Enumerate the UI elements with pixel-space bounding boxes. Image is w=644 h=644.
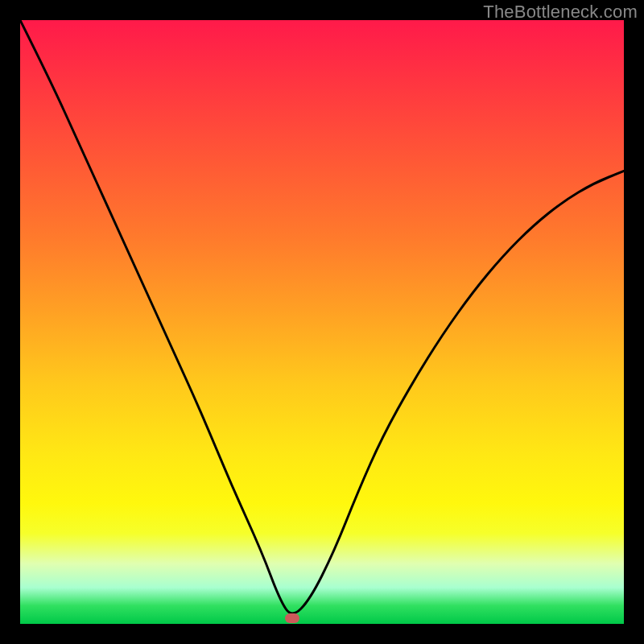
chart-frame: TheBottleneck.com [0, 0, 644, 644]
minimum-marker [285, 613, 299, 623]
curve-svg [20, 20, 624, 624]
bottleneck-curve [20, 20, 624, 613]
watermark-text: TheBottleneck.com [483, 2, 638, 23]
plot-area [20, 20, 624, 624]
